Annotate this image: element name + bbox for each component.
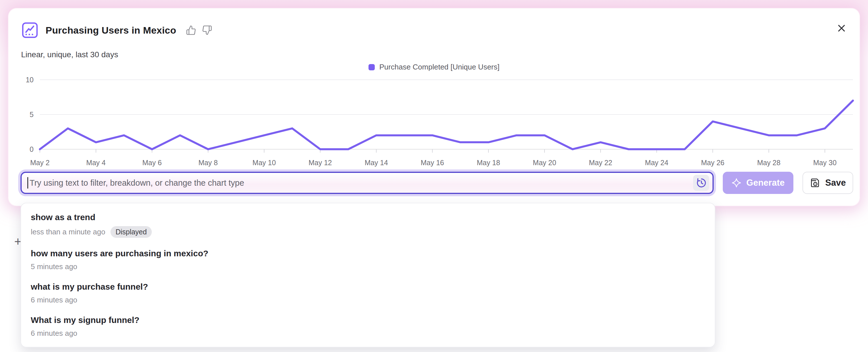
svg-text:May 18: May 18 <box>477 159 500 167</box>
svg-text:May 16: May 16 <box>421 159 444 167</box>
svg-text:May 8: May 8 <box>198 159 218 167</box>
history-icon <box>695 177 707 189</box>
thumbs-down-button[interactable] <box>202 25 212 35</box>
save-label: Save <box>825 178 846 188</box>
prompt-row: Generate Save <box>21 172 853 194</box>
thumbs-up-button[interactable] <box>186 25 196 35</box>
sparkle-icon <box>732 178 741 188</box>
svg-text:May 4: May 4 <box>86 159 106 167</box>
history-item-time: 5 minutes ago <box>31 262 77 271</box>
svg-text:May 6: May 6 <box>143 159 162 167</box>
save-button[interactable]: Save <box>803 172 853 194</box>
svg-text:5: 5 <box>30 110 34 119</box>
history-item[interactable]: What is my signup funnel? 6 minutes ago <box>21 310 715 343</box>
svg-text:May 28: May 28 <box>757 159 781 167</box>
ai-chart-panel-page: Purchasing Users in Mexico Linear, uniqu… <box>0 0 868 352</box>
svg-text:May 30: May 30 <box>813 159 837 167</box>
history-item-time: 6 minutes ago <box>31 329 77 338</box>
thumbs-up-icon <box>186 25 196 35</box>
svg-text:May 24: May 24 <box>645 159 669 167</box>
history-dropdown: show as a trend less than a minute ago D… <box>21 203 715 347</box>
svg-text:May 10: May 10 <box>253 159 276 167</box>
close-icon <box>837 24 846 33</box>
save-icon <box>810 178 821 188</box>
text-caret <box>27 177 28 189</box>
generate-button[interactable]: Generate <box>723 172 794 194</box>
history-item[interactable]: show as a trend less than a minute ago D… <box>21 207 715 243</box>
svg-text:May 20: May 20 <box>533 159 556 167</box>
history-item-time: less than a minute ago <box>31 228 105 236</box>
svg-text:May 22: May 22 <box>589 159 612 167</box>
generate-label: Generate <box>746 178 784 188</box>
svg-text:May 12: May 12 <box>308 159 332 167</box>
ai-prompt-input[interactable] <box>29 178 693 188</box>
close-button[interactable] <box>834 21 849 36</box>
svg-text:May 14: May 14 <box>365 159 388 167</box>
history-item[interactable]: what is my purchase funnel? 6 minutes ag… <box>21 276 715 310</box>
history-button[interactable] <box>693 175 709 191</box>
line-chart: 0510May 2May 4May 6May 8May 10May 12May … <box>8 68 860 174</box>
feedback-buttons <box>186 25 212 35</box>
chart-subtitle: Linear, unique, last 30 days <box>21 50 118 59</box>
page-title: Purchasing Users in Mexico <box>45 25 176 36</box>
svg-text:10: 10 <box>26 76 34 84</box>
ai-prompt-input-wrap <box>21 172 714 194</box>
thumbs-down-icon <box>202 25 212 35</box>
displayed-badge: Displayed <box>111 226 152 238</box>
svg-text:May 26: May 26 <box>701 159 724 167</box>
history-item-time: 6 minutes ago <box>31 296 77 305</box>
svg-text:May 2: May 2 <box>30 159 50 167</box>
chart-header: Purchasing Users in Mexico <box>22 21 212 39</box>
svg-text:0: 0 <box>30 145 34 153</box>
history-item[interactable]: how many users are purchasing in mexico?… <box>21 243 715 276</box>
chart-card: Purchasing Users in Mexico Linear, uniqu… <box>8 8 860 205</box>
line-chart-icon <box>22 22 38 38</box>
